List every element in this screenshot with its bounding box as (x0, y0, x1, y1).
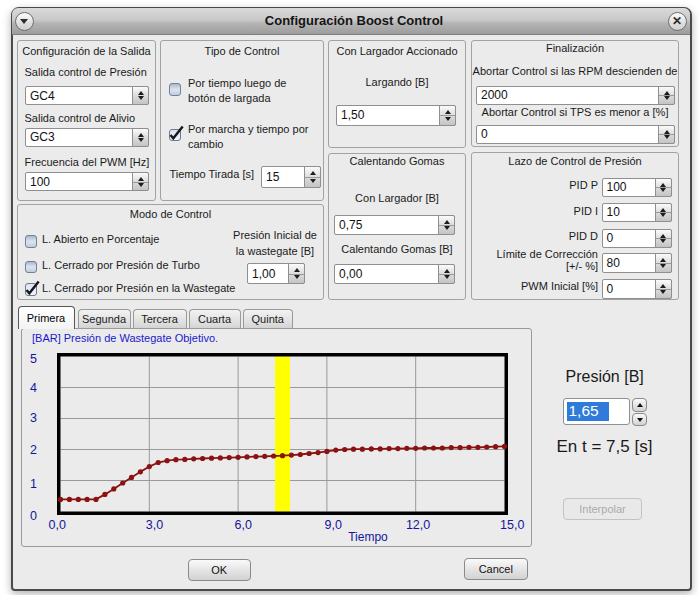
svg-text:1: 1 (30, 477, 37, 491)
svg-text:12,0: 12,0 (406, 518, 430, 532)
svg-text:2: 2 (30, 443, 37, 457)
svg-text:5: 5 (30, 352, 37, 366)
svg-text:9,0: 9,0 (325, 518, 342, 532)
svg-text:15,0: 15,0 (500, 518, 524, 532)
svg-text:3,0: 3,0 (146, 518, 163, 532)
svg-text:Tiempo: Tiempo (348, 530, 388, 544)
svg-text:6,0: 6,0 (235, 518, 252, 532)
svg-text:3: 3 (30, 411, 37, 425)
svg-text:0: 0 (30, 509, 37, 523)
svg-text:0,0: 0,0 (49, 518, 66, 532)
svg-text:4: 4 (30, 381, 37, 395)
